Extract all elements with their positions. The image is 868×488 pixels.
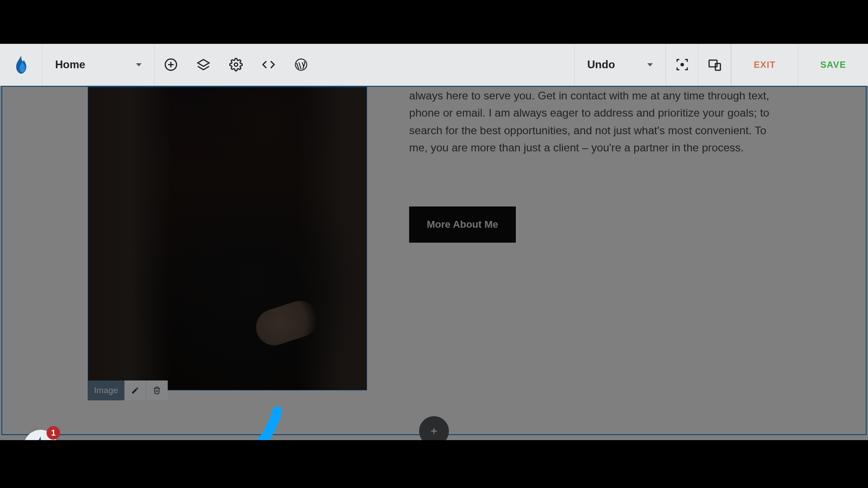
svg-point-6 — [681, 64, 683, 66]
editor-canvas[interactable]: Image always here to serve you. Get in c… — [0, 86, 868, 440]
about-paragraph[interactable]: always here to serve you. Get in contact… — [409, 87, 775, 157]
toolbar-right-segment: Undo EXIT SAVE — [574, 44, 868, 85]
wordpress-icon — [294, 58, 308, 71]
code-button[interactable] — [252, 44, 285, 85]
letterbox-bottom — [0, 440, 868, 488]
edit-element-button[interactable] — [124, 380, 146, 400]
layers-icon — [197, 58, 210, 71]
cta-label: More About Me — [427, 219, 498, 230]
gear-icon — [229, 58, 243, 71]
letterbox-top — [0, 0, 868, 44]
chevron-down-icon — [647, 63, 653, 66]
page-selector-label: Home — [55, 58, 85, 71]
pencil-icon — [131, 386, 139, 394]
notification-count: 1 — [47, 426, 60, 440]
layers-button[interactable] — [187, 44, 220, 85]
trash-icon — [153, 386, 161, 394]
plus-circle-icon — [164, 58, 178, 71]
top-toolbar: Home — [0, 44, 868, 86]
app-logo[interactable] — [0, 44, 42, 85]
wordpress-button[interactable] — [285, 44, 317, 85]
element-toolbar: Image — [88, 380, 168, 400]
code-icon — [262, 58, 275, 71]
chevron-down-icon — [136, 63, 142, 66]
exit-label: EXIT — [754, 60, 775, 70]
toolbar-spacer — [317, 44, 574, 85]
delete-element-button[interactable] — [146, 380, 168, 400]
flame-icon — [14, 55, 28, 74]
element-type-label[interactable]: Image — [88, 380, 124, 400]
plus-icon — [429, 426, 439, 436]
portrait-image — [88, 87, 367, 390]
responsive-button[interactable] — [698, 44, 731, 85]
exit-button[interactable]: EXIT — [731, 44, 798, 85]
toolbar-left-segment: Home — [0, 44, 317, 85]
undo-dropdown[interactable]: Undo — [574, 44, 666, 85]
more-about-me-button[interactable]: More About Me — [409, 206, 516, 243]
add-section-button[interactable] — [419, 416, 449, 440]
save-label: SAVE — [821, 60, 846, 70]
add-element-button[interactable] — [155, 44, 187, 85]
svg-point-4 — [234, 63, 238, 66]
page-selector[interactable]: Home — [42, 44, 155, 85]
undo-label: Undo — [587, 58, 615, 71]
focus-icon — [675, 58, 689, 71]
editor-app: Home — [0, 44, 868, 440]
svg-marker-3 — [198, 60, 209, 66]
focus-mode-button[interactable] — [666, 44, 698, 85]
save-button[interactable]: SAVE — [798, 44, 868, 85]
selected-section[interactable]: Image always here to serve you. Get in c… — [1, 86, 867, 435]
image-element[interactable] — [88, 87, 367, 390]
settings-button[interactable] — [220, 44, 252, 85]
responsive-icon — [708, 58, 722, 71]
